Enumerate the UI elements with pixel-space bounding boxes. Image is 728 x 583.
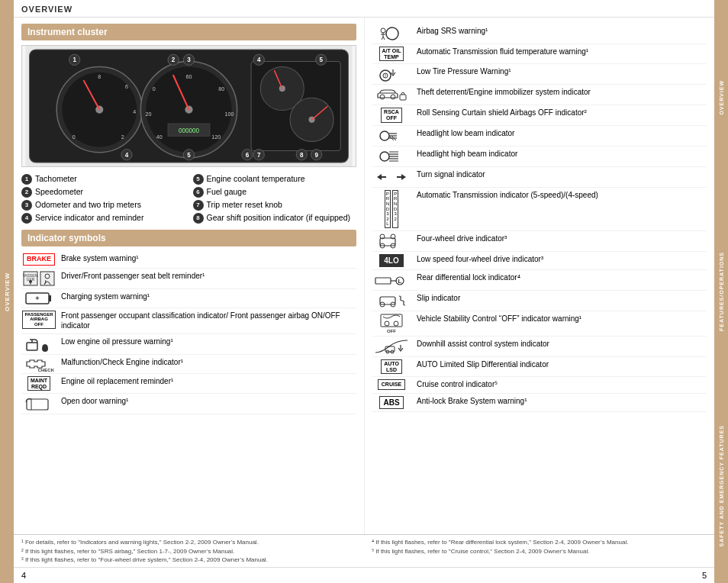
right-sidebar: OVERVIEW FEATURES/OPERATIONS SAFETY AND … [714,0,728,583]
vsc-off-icon: OFF [372,314,411,333]
svg-text:0: 0 [72,134,76,140]
right-indicator-airbag-srs: Airbag SRS warning¹ [372,24,707,44]
passenger-airbag-icon: PASSENGERAIRBAGOFF [21,311,56,329]
svg-text:5: 5 [320,56,324,63]
svg-text:7: 7 [257,152,261,159]
svg-text:0: 0 [153,86,156,92]
svg-text:3: 3 [187,56,191,63]
airbag-srs-text: Airbag SRS warning¹ [417,26,707,36]
maint-reqd-text: Engine oil replacement reminder¹ [61,376,356,386]
footnote-3: ³ If this light flashes, refer to "Four-… [21,556,356,564]
seatbelt-text: Driver/Front passenger seat belt reminde… [61,271,356,281]
svg-point-72 [391,95,395,99]
at-text: Automatic Transmission indicator (5-spee… [417,190,707,200]
footnotes-left: ¹ For details, refer to "Indicators and … [21,538,356,564]
4wd-icon [372,234,411,249]
indicator-row-door: Open door warning¹ [21,394,356,414]
at-oil-temp-icon: A/T OILTEMP [372,47,411,61]
svg-text:+: + [35,295,39,302]
auto-lsd-text: AUTO Limited Slip Differential indicator [417,359,707,369]
page-number-left: 4 [21,571,26,580]
svg-rect-62 [49,295,51,301]
charging-text: Charging system warning¹ [61,292,356,301]
indicator-symbols-section: Indicator symbols BRAKE Brake system war… [21,230,356,414]
downhill-text: Downhill assist control system indicator [417,339,707,349]
svg-point-74 [380,131,389,140]
right-indicator-auto-lsd: AUTOLSD AUTO Limited Slip Differential i… [372,357,707,377]
svg-text:4: 4 [257,56,261,63]
rear-diff-icon: L [372,272,411,288]
svg-text:4: 4 [125,152,129,159]
headlight-high-icon [372,149,411,164]
check-engine-icon: CHECK [21,357,56,371]
left-column: Instrument cluster 8 [14,18,365,534]
list-item: 7 Trip meter reset knob [193,199,357,211]
svg-text:60: 60 [186,74,192,80]
list-item: 2 Speedometer [21,186,185,198]
indicator-row-check-engine: CHECK Malfunction/Check Engine indicator… [21,355,356,374]
footnote-4: ⁴ If this light flashes, refer to "Rear … [372,538,707,546]
svg-text:1: 1 [72,56,76,63]
svg-rect-91 [375,278,391,284]
footnotes-right: ⁴ If this light flashes, refer to "Rear … [372,538,707,564]
right-indicator-headlight-high: Headlight high beam indicator [372,147,707,167]
indicator-row-brake: BRAKE Brake system warning¹ [21,251,356,269]
svg-text:L: L [398,278,402,285]
door-icon [21,396,56,411]
list-item: 3 Odometer and two trip meters [21,199,185,211]
right-indicator-slip: Slip indicator [372,291,707,311]
right-indicator-vsc: OFF Vehicle Stability Control “OFF” indi… [372,311,707,337]
cruise-text: Cruise control indicator⁵ [417,379,707,389]
left-sidebar-label: OVERVIEW [4,272,11,311]
svg-text:6: 6 [125,84,128,90]
right-indicator-tire: ! Low Tire Pressure Warning¹ [372,64,707,85]
headlight-low-text: Headlight low beam indicator [417,128,707,138]
indicator-row-seatbelt: PASSEN- GER [21,269,356,289]
right-tab-overview: OVERVIEW [714,0,728,195]
indicator-row-oil: Low engine oil pressure warning¹ [21,334,356,355]
turn-signal-icon [372,169,411,185]
svg-text:2: 2 [172,56,176,63]
right-indicator-turn: Turn signal indicator [372,167,707,188]
tire-pressure-icon: ! [372,66,411,82]
cruise-icon: CRUISE [372,379,411,390]
maint-reqd-icon: MAINTREQD [21,376,56,391]
charging-icon: + [21,292,56,305]
svg-rect-95 [380,297,395,304]
rear-diff-text: Rear differential lock indicator⁴ [417,272,707,282]
auto-lsd-icon: AUTOLSD [372,359,411,374]
instrument-cluster-header: Instrument cluster [21,24,356,40]
svg-point-67 [386,27,398,40]
right-tab-overview-label: OVERVIEW [719,80,724,115]
seatbelt-icon: PASSEN- GER [21,271,56,286]
svg-text:80: 80 [218,86,224,92]
airbag-srs-icon [372,26,411,41]
slip-icon [372,293,411,308]
footnote-1: ¹ For details, refer to "Indicators and … [21,538,356,546]
svg-text:2: 2 [121,134,124,140]
list-item: 8 Gear shift position indicator (if equi… [193,212,357,224]
page-title: OVERVIEW [21,5,72,14]
list-item: 6 Fuel gauge [193,186,357,198]
tire-pressure-text: Low Tire Pressure Warning¹ [417,66,707,76]
list-item: 4 Service indicator and reminder [21,212,185,224]
right-indicator-rsca: RSCAOFF Roll Sensing Curtain shield Airb… [372,105,707,125]
oil-pressure-text: Low engine oil pressure warning¹ [61,337,356,346]
page-number-right: 5 [702,571,707,580]
svg-rect-65 [27,399,48,410]
svg-text:5: 5 [187,152,191,159]
svg-point-80 [380,152,389,161]
indicator-symbols-header: Indicator symbols [21,230,356,246]
svg-point-66 [381,28,385,33]
right-indicator-at-oil: A/T OILTEMP Automatic Transmission fluid… [372,44,707,64]
downhill-icon [372,339,411,354]
right-indicator-4wd: Four-wheel drive indicator³ [372,231,707,252]
theft-icon [372,87,411,102]
turn-signal-text: Turn signal indicator [417,169,707,179]
svg-text:!: ! [385,73,386,78]
at-oil-temp-text: Automatic Transmission fluid temperature… [417,47,707,56]
4lo-text: Low speed four-wheel drive indicator³ [417,254,707,264]
4lo-icon: 4LO [372,254,411,267]
page-numbers: 4 5 [14,567,714,583]
svg-text:120: 120 [211,134,221,140]
